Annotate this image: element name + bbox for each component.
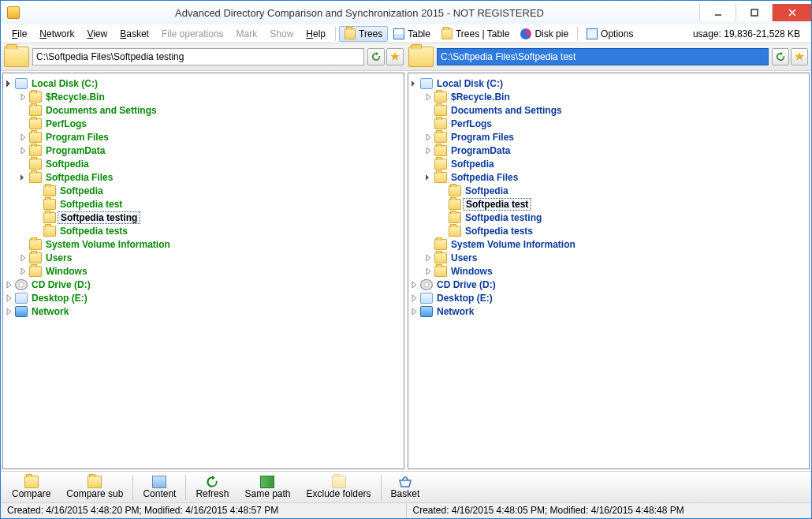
cd-icon [15, 279, 28, 290]
tree-item[interactable]: ProgramData [43, 145, 107, 156]
folder-icon [29, 172, 42, 183]
tree-item-cd[interactable]: CD Drive (D:) [29, 279, 93, 290]
tree-item-network[interactable]: Network [434, 306, 476, 317]
close-button[interactable] [772, 4, 811, 21]
menu-file[interactable]: File [6, 27, 33, 41]
same-path-button[interactable]: Same path [237, 472, 298, 502]
menu-basket[interactable]: Basket [114, 27, 155, 41]
expand-icon[interactable] [424, 133, 433, 141]
content-button[interactable]: Content [135, 472, 184, 502]
tree-item-selected[interactable]: Softpedia test [463, 198, 531, 211]
view-diskpie-button[interactable]: Disk pie [515, 26, 574, 42]
tree-item[interactable]: PerfLogs [449, 118, 494, 129]
right-tree-pane[interactable]: Local Disk (C:) $Recycle.Bin Documents a… [408, 73, 810, 469]
tree-item-desktop[interactable]: Desktop (E:) [434, 293, 495, 304]
expand-icon[interactable] [424, 267, 433, 275]
drive-icon [15, 293, 28, 304]
tree-item[interactable]: Windows [449, 266, 495, 277]
tree-item[interactable]: Windows [43, 266, 90, 277]
right-favorite-button[interactable] [791, 48, 808, 65]
tree-item[interactable]: Softpedia [449, 159, 497, 170]
tree-item[interactable]: Documents and Settings [449, 105, 564, 116]
expand-icon[interactable] [19, 267, 28, 275]
refresh-button[interactable]: Refresh [188, 472, 237, 502]
expand-icon[interactable] [424, 146, 433, 155]
tree-item[interactable]: Softpedia Files [43, 172, 115, 183]
menu-mark: Mark [230, 27, 264, 41]
folder-icon [449, 185, 461, 196]
menu-network[interactable]: Network [33, 27, 80, 41]
view-treestable-button[interactable]: Trees | Table [436, 26, 515, 42]
tree-item[interactable]: Users [43, 252, 74, 263]
folder-icon [29, 239, 42, 250]
tree-item-local-disk[interactable]: Local Disk (C:) [29, 78, 100, 89]
expand-icon[interactable] [424, 92, 433, 101]
expand-icon[interactable] [424, 253, 433, 262]
minimize-button[interactable] [699, 4, 736, 21]
view-treestable-label: Trees | Table [456, 28, 509, 39]
tree-item[interactable]: Softpedia test [58, 199, 125, 210]
tree-item[interactable]: Program Files [449, 132, 516, 143]
separator [381, 475, 382, 500]
tree-item-selected[interactable]: Softpedia testing [58, 211, 140, 224]
tree-item[interactable]: Softpedia testing [463, 212, 544, 223]
tree-item[interactable]: Softpedia tests [58, 226, 130, 237]
tree-item[interactable]: PerfLogs [43, 118, 89, 129]
tree-item[interactable]: Softpedia [43, 159, 91, 170]
view-options-label: Options [601, 28, 633, 39]
tree-item[interactable]: System Volume Information [43, 239, 173, 250]
collapse-icon[interactable] [424, 173, 433, 181]
compare-sub-button[interactable]: Compare sub [58, 472, 131, 502]
tree-item[interactable]: $Recycle.Bin [449, 91, 512, 103]
tree-item[interactable]: Softpedia [463, 185, 511, 196]
tree-item-network[interactable]: Network [29, 306, 71, 317]
left-path-input[interactable]: C:\Softpedia Files\Softpedia testing [32, 48, 364, 65]
menu-view[interactable]: View [80, 27, 114, 41]
right-path-input[interactable]: C:\Softpedia Files\Softpedia test [437, 48, 769, 65]
compare-sub-label: Compare sub [66, 488, 123, 499]
tree-item[interactable]: Softpedia Files [449, 172, 520, 183]
statusbar: Created: 4/16/2015 4:48:20 PM; Modified:… [1, 502, 811, 518]
expand-icon[interactable] [19, 133, 28, 141]
left-refresh-button[interactable] [367, 48, 385, 65]
tree-item[interactable]: Users [449, 252, 479, 263]
view-table-button[interactable]: Table [388, 26, 436, 42]
maximize-button[interactable] [736, 4, 772, 21]
tree-item[interactable]: System Volume Information [449, 239, 578, 250]
tree-item-local-disk[interactable]: Local Disk (C:) [434, 78, 505, 89]
view-options-button[interactable]: Options [581, 26, 639, 42]
expand-icon[interactable] [410, 307, 419, 316]
expand-icon[interactable] [5, 293, 13, 302]
compare-button[interactable]: Compare [4, 472, 58, 502]
view-trees-button[interactable]: Trees [339, 26, 388, 42]
folder-icon[interactable] [408, 47, 434, 67]
menu-help[interactable]: Help [300, 27, 332, 41]
expand-icon[interactable] [19, 92, 28, 101]
expand-icon[interactable] [410, 280, 419, 289]
collapse-icon[interactable] [19, 173, 28, 181]
tree-item[interactable]: ProgramData [449, 145, 512, 156]
tree-item-desktop[interactable]: Desktop (E:) [29, 293, 90, 304]
right-refresh-button[interactable] [772, 48, 789, 65]
collapse-icon[interactable] [5, 79, 13, 88]
content-icon [152, 476, 166, 488]
basket-button[interactable]: Basket [383, 472, 428, 502]
tree-item-cd[interactable]: CD Drive (D:) [434, 279, 498, 290]
network-icon [420, 306, 433, 317]
exclude-folders-button[interactable]: Exclude folders [299, 472, 379, 502]
expand-icon[interactable] [19, 253, 28, 262]
collapse-icon[interactable] [410, 79, 419, 88]
bottom-toolbar: Compare Compare sub Content Refresh Same… [1, 471, 811, 502]
left-tree-pane[interactable]: Local Disk (C:) $Recycle.Bin Documents a… [2, 73, 404, 469]
expand-icon[interactable] [19, 146, 28, 155]
expand-icon[interactable] [5, 307, 13, 316]
tree-item[interactable]: Softpedia [58, 185, 106, 196]
expand-icon[interactable] [410, 293, 419, 302]
expand-icon[interactable] [5, 280, 13, 289]
tree-item[interactable]: $Recycle.Bin [43, 91, 107, 103]
tree-item[interactable]: Documents and Settings [43, 105, 159, 116]
tree-item[interactable]: Program Files [43, 132, 111, 143]
tree-item[interactable]: Softpedia tests [463, 226, 535, 237]
folder-icon[interactable] [4, 47, 29, 67]
left-favorite-button[interactable] [386, 48, 404, 65]
